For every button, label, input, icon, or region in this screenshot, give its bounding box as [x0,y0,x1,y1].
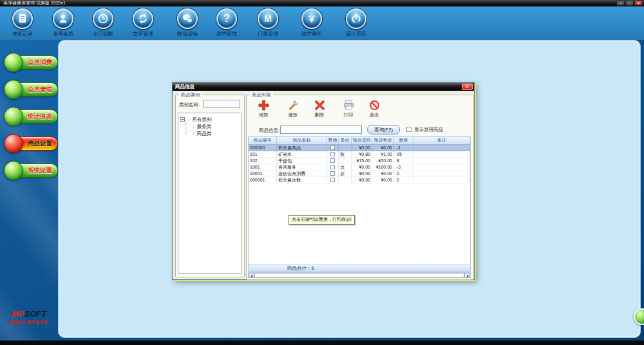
tree-item-service-category[interactable]: ↑服务类 [178,123,241,130]
toolbar-label: 今日提醒 [88,30,118,37]
print-button[interactable]: 打印 [336,98,361,118]
toolbar-item-exit[interactable]: 退出系统 [341,8,372,37]
tree-item-product-category[interactable]: ↑商品类 [178,130,241,137]
dialog-titlebar[interactable]: 商品信息 ✕ [173,82,474,91]
cell-cb[interactable] [327,151,339,158]
cell-cb[interactable] [327,171,339,177]
add-button[interactable]: 增加 [251,98,276,118]
tree-item-all-categories[interactable]: →所有类别 [178,116,241,123]
cell-id: 102 [249,158,277,164]
cell-unit: 瓶 [339,151,352,158]
product-list-panel: 商品列表 增加 修改 删除 打印 退出 商品信息: [246,95,474,280]
cell-note [413,151,470,158]
delete-button[interactable]: 删除 [307,98,332,118]
disable-checkbox[interactable] [330,165,335,169]
bottom-bar [0,340,644,345]
scroll-right-arrow[interactable] [464,273,470,277]
clock-icon [93,8,113,29]
col-header-disabled[interactable]: 禁用 [327,137,339,144]
query-button[interactable]: 查询(F2) [367,125,400,135]
cell-cb[interactable] [327,145,339,151]
cell-unit [339,177,352,183]
category-name-input[interactable] [204,100,240,108]
cell-price: ¥1.00 [372,151,394,158]
table-row[interactable]: 000000积分换商品¥0.00¥0.00-1 [249,145,470,151]
col-header-price[interactable]: 预设售价 [372,137,394,144]
product-list-title: 商品列表 [250,92,273,98]
toolbar-item-shift-manage[interactable]: 交班管理 [128,8,158,37]
horizontal-scrollbar[interactable] [248,272,471,278]
sidebar-item-member-manage[interactable]: 会员管理 [4,80,58,99]
toolbar-item-help[interactable]: ? 软件帮助 [211,8,242,37]
col-header-name[interactable]: 商品名称 [277,137,327,144]
table-row[interactable]: 000001积分换次数¥0.00¥0.000 [249,177,470,183]
table-row[interactable]: 102手提包¥15.00¥20.008 [249,158,470,164]
col-header-cost[interactable]: 预设进价 [352,137,372,144]
toolbar-label: 微信营销 [172,30,203,37]
table-row[interactable]: 101矿泉水瓶¥0.80¥1.0095 [249,151,470,158]
toolbar-item-today-reminder[interactable]: 今日提醒 [88,8,118,37]
disable-checkbox[interactable] [330,145,335,150]
disable-checkbox[interactable] [330,158,335,163]
cell-id: 101 [249,151,277,158]
power-icon [346,8,366,29]
col-header-note[interactable]: 备注 [413,137,470,144]
toolbar-item-member-query[interactable]: 查询会员 [48,8,79,37]
minimize-button[interactable]: ─ [616,1,625,6]
sidebar-item-stats-report[interactable]: 统计报表 [4,107,58,126]
dialog-close-button[interactable]: ✕ [462,84,473,90]
cell-cost: ¥0.00 [352,177,372,183]
category-name-label: 类别名称: [179,102,200,108]
print-icon [336,98,361,111]
cell-price: ¥0.00 [372,145,394,151]
cell-cb[interactable] [327,158,339,164]
toolbar-item-wechat-marketing[interactable]: 微信营销 [172,8,203,37]
sphere-icon [4,107,23,126]
cell-cb[interactable] [327,177,339,183]
disable-checkbox[interactable] [330,152,335,156]
window-titlebar[interactable]: 美萍健身房管理 试用版 2020v1 ─ □ ✕ [0,0,644,6]
sidebar-item-product-settings[interactable]: 商品设置 [4,134,58,153]
cell-name: 咨询服务 [277,164,327,171]
modify-button[interactable]: 修改 [281,98,305,118]
category-tree: →所有类别 ↑服务类 ↑商品类 [178,113,242,274]
disable-checkbox[interactable] [330,171,335,176]
table-header-row: 商品编号 商品名称 禁用 单位 预设进价 预设售价 数量 备注 [249,137,470,145]
col-header-unit[interactable]: 单位 [339,137,352,144]
toolbar-item-notes[interactable]: 便签记录 [7,8,38,37]
cell-id: 1001 [249,164,277,171]
scroll-left-arrow[interactable] [249,273,254,277]
toolbar-label: 软件帮助 [211,30,242,37]
cell-cost: ¥0.00 [352,164,372,171]
app-window: 美萍健身房管理 试用版 2020v1 ─ □ ✕ 便签记录 查询会员 今日提醒 [0,0,644,345]
close-button[interactable]: ✕ [634,1,643,6]
tree-collapse-icon[interactable] [180,117,185,122]
sidebar-item-member-consume[interactable]: 会员消费 [4,53,58,72]
table-row[interactable]: 10001连锁会员消费次¥0.00¥0.000 [249,171,470,177]
cell-qty: 95 [394,151,413,158]
toolbar-item-access-control[interactable]: M 门禁管理 [252,8,283,37]
cell-cb[interactable] [327,164,339,171]
table-row[interactable]: 1001咨询服务次¥0.00¥100.00-3 [249,164,470,171]
product-search-input[interactable] [280,126,362,134]
table-body: 000000积分换商品¥0.00¥0.00-1101矿泉水瓶¥0.80¥1.00… [249,145,470,183]
disable-checkbox[interactable] [330,178,335,182]
cell-note [413,171,470,177]
scroll-thumb[interactable] [254,273,464,277]
col-header-qty[interactable]: 数量 [394,137,413,144]
cell-id: 000000 [249,145,277,151]
cell-price: ¥0.00 [372,177,394,183]
maximize-button[interactable]: □ [625,1,634,6]
cell-cost: ¥15.00 [352,158,372,164]
sidebar-item-system-settings[interactable]: 系统设置 [4,161,58,180]
cell-cost: ¥0.00 [352,145,372,151]
logo-slogan: 管理软件 美萍是专家 [9,320,48,326]
show-disabled-checkbox[interactable] [406,127,412,132]
exit-button[interactable]: 退出 [362,98,386,118]
cell-id: 000001 [249,177,277,183]
cell-qty: -3 [394,164,413,171]
cell-name: 手提包 [277,158,327,164]
search-label: 商品信息: [259,127,279,134]
toolbar-item-purchase[interactable]: ¥ 软件购买 [296,8,327,37]
col-header-id[interactable]: 商品编号 [249,137,277,144]
